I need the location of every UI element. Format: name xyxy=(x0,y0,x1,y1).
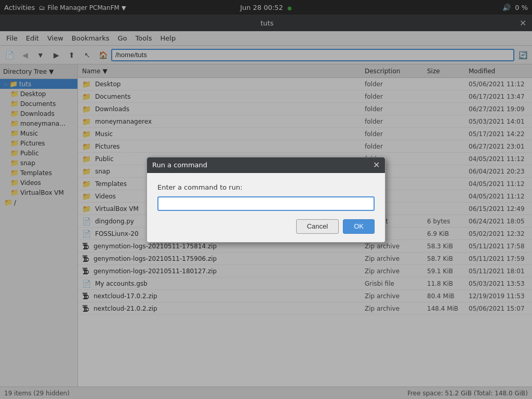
overlay: Run a command ✕ Enter a command to run: … xyxy=(0,0,532,399)
cancel-button[interactable]: Cancel xyxy=(296,219,339,234)
dialog-body: Enter a command to run: xyxy=(147,173,385,219)
dialog-title: Run a command xyxy=(152,161,207,169)
dialog-close-button[interactable]: ✕ xyxy=(373,160,380,170)
dialog-buttons: Cancel OK xyxy=(147,219,385,242)
run-command-dialog: Run a command ✕ Enter a command to run: … xyxy=(147,157,385,243)
dialog-titlebar: Run a command ✕ xyxy=(147,157,385,173)
dialog-label: Enter a command to run: xyxy=(157,183,375,191)
ok-button[interactable]: OK xyxy=(343,219,375,234)
command-input[interactable] xyxy=(157,196,375,211)
